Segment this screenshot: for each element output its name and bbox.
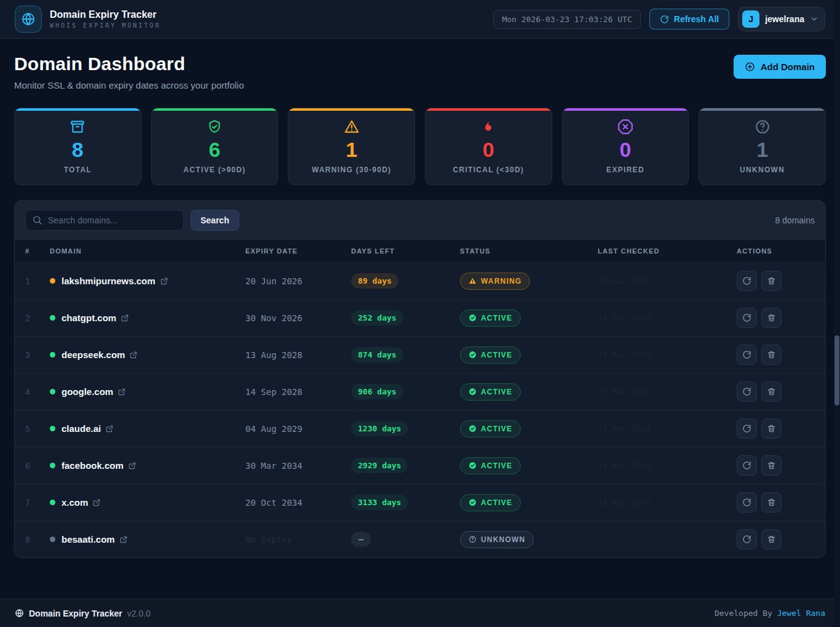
domain-name: besaati.com bbox=[61, 534, 115, 545]
delete-domain-button[interactable] bbox=[761, 271, 782, 291]
domain-name: chatgpt.com bbox=[61, 313, 116, 323]
refresh-domain-button[interactable] bbox=[737, 271, 757, 291]
trash-icon bbox=[767, 535, 776, 544]
page-subtitle: Monitor SSL & domain expiry dates across… bbox=[14, 80, 244, 90]
brand: Domain Expiry Tracker WHOIS EXPIRY MONIT… bbox=[15, 6, 160, 33]
domains-panel: Search 8 domains #DOMAINEXPIRY DATEDAYS … bbox=[14, 200, 826, 558]
footer-credit: Developed By Jewel Rana bbox=[715, 609, 825, 618]
trash-icon bbox=[767, 498, 776, 507]
warning-fill-icon bbox=[469, 277, 477, 285]
refresh-domain-button[interactable] bbox=[737, 529, 757, 549]
scrollbar-thumb[interactable] bbox=[834, 335, 839, 405]
stat-label: EXPIRED bbox=[606, 166, 644, 174]
trash-icon bbox=[767, 461, 776, 470]
footer-credit-prefix: Developed By bbox=[715, 609, 777, 618]
delete-domain-button[interactable] bbox=[761, 308, 782, 328]
app-title: Domain Expiry Tracker bbox=[50, 9, 160, 20]
last-checked: — bbox=[598, 535, 737, 544]
domain-link[interactable]: facebook.com bbox=[61, 460, 137, 471]
refresh-domain-button[interactable] bbox=[737, 308, 757, 328]
column-header-actions: ACTIONS bbox=[737, 247, 815, 255]
footer-app-title: Domain Expiry Tracker bbox=[29, 609, 122, 618]
domain-link[interactable]: lakshmipurnews.com bbox=[61, 276, 168, 286]
refresh-domain-button[interactable] bbox=[737, 492, 757, 513]
warning-triangle-icon bbox=[344, 119, 360, 135]
domain-name: deepseek.com bbox=[61, 349, 125, 360]
trash-icon bbox=[767, 276, 776, 286]
status-cell: ACTIVE bbox=[460, 310, 598, 327]
domain-cell: deepseek.com bbox=[50, 349, 245, 360]
row-number: 2 bbox=[25, 313, 50, 323]
user-menu[interactable]: J jewelrana bbox=[738, 7, 825, 31]
search-input[interactable] bbox=[25, 210, 184, 231]
refresh-all-button[interactable]: Refresh All bbox=[649, 9, 729, 30]
delete-domain-button[interactable] bbox=[761, 529, 782, 549]
refresh-domain-button[interactable] bbox=[737, 418, 757, 439]
last-checked: 23 Mar 2026 bbox=[598, 350, 737, 359]
row-number: 7 bbox=[25, 498, 50, 508]
days-left-cell: 906 days bbox=[351, 384, 460, 399]
domain-link[interactable]: chatgpt.com bbox=[61, 313, 129, 323]
status-dot-icon bbox=[50, 389, 55, 394]
actions-cell bbox=[737, 455, 815, 476]
status-dot-icon bbox=[50, 537, 55, 542]
domain-link[interactable]: claude.ai bbox=[61, 423, 114, 434]
actions-cell bbox=[737, 381, 815, 402]
domain-link[interactable]: google.com bbox=[61, 386, 126, 397]
delete-domain-button[interactable] bbox=[761, 418, 782, 439]
status-badge: ACTIVE bbox=[460, 457, 521, 474]
check-circle-icon bbox=[469, 388, 477, 396]
trash-icon bbox=[767, 350, 776, 359]
days-left-badge: 89 days bbox=[351, 273, 398, 289]
domain-cell: lakshmipurnews.com bbox=[50, 276, 245, 286]
stat-value: 1 bbox=[756, 138, 768, 161]
external-link-icon bbox=[121, 314, 129, 322]
refresh-domain-button[interactable] bbox=[737, 455, 757, 476]
developer-link[interactable]: Jewel Rana bbox=[777, 609, 825, 618]
domain-link[interactable]: deepseek.com bbox=[61, 349, 138, 360]
refresh-icon bbox=[742, 424, 751, 433]
stat-label: ACTIVE (>90D) bbox=[183, 166, 245, 174]
status-badge: ACTIVE bbox=[460, 310, 521, 327]
domain-cell: facebook.com bbox=[50, 460, 245, 471]
external-link-icon bbox=[160, 277, 168, 286]
row-number: 8 bbox=[25, 535, 50, 545]
topbar-right: Mon 2026-03-23 17:03:26 UTC Refresh All … bbox=[493, 7, 825, 31]
refresh-domain-button[interactable] bbox=[737, 381, 757, 402]
search-button[interactable]: Search bbox=[191, 210, 239, 231]
days-left-cell: 2929 days bbox=[351, 458, 460, 473]
trash-icon bbox=[767, 387, 776, 396]
column-header-status: STATUS bbox=[460, 247, 598, 255]
delete-domain-button[interactable] bbox=[761, 455, 782, 476]
refresh-domain-button[interactable] bbox=[737, 345, 757, 365]
table-toolbar: Search 8 domains bbox=[15, 201, 825, 240]
refresh-icon bbox=[742, 535, 751, 544]
last-checked: 23 Mar 2026 bbox=[598, 498, 737, 507]
delete-domain-button[interactable] bbox=[761, 492, 782, 513]
add-domain-label: Add Domain bbox=[761, 62, 815, 72]
days-left-badge: 3133 days bbox=[351, 495, 408, 510]
days-left-cell: 3133 days bbox=[351, 495, 460, 510]
status-badge: UNKNOWN bbox=[460, 531, 534, 548]
expiry-date: 04 Aug 2029 bbox=[245, 424, 351, 434]
status-label: UNKNOWN bbox=[481, 535, 525, 544]
delete-domain-button[interactable] bbox=[761, 381, 782, 402]
domain-link[interactable]: x.com bbox=[61, 497, 101, 508]
stat-card-expired: 0EXPIRED bbox=[562, 108, 689, 185]
column-header-: # bbox=[25, 247, 50, 255]
add-domain-button[interactable]: Add Domain bbox=[734, 55, 826, 79]
status-dot-icon bbox=[50, 352, 55, 357]
status-badge: ACTIVE bbox=[460, 420, 521, 437]
domain-cell: besaati.com bbox=[50, 534, 245, 545]
search-icon bbox=[32, 215, 42, 225]
domain-count: 8 domains bbox=[775, 215, 815, 225]
domain-link[interactable]: besaati.com bbox=[61, 534, 128, 545]
delete-domain-button[interactable] bbox=[761, 345, 782, 365]
question-circle-icon bbox=[755, 119, 771, 135]
actions-cell bbox=[737, 529, 815, 549]
flame-icon bbox=[480, 119, 496, 135]
footer-brand: Domain Expiry Tracker v2.0.0 bbox=[15, 609, 151, 618]
last-checked: 23 Mar 2026 bbox=[598, 387, 737, 396]
shield-check-icon bbox=[207, 119, 223, 135]
actions-cell bbox=[737, 308, 815, 328]
